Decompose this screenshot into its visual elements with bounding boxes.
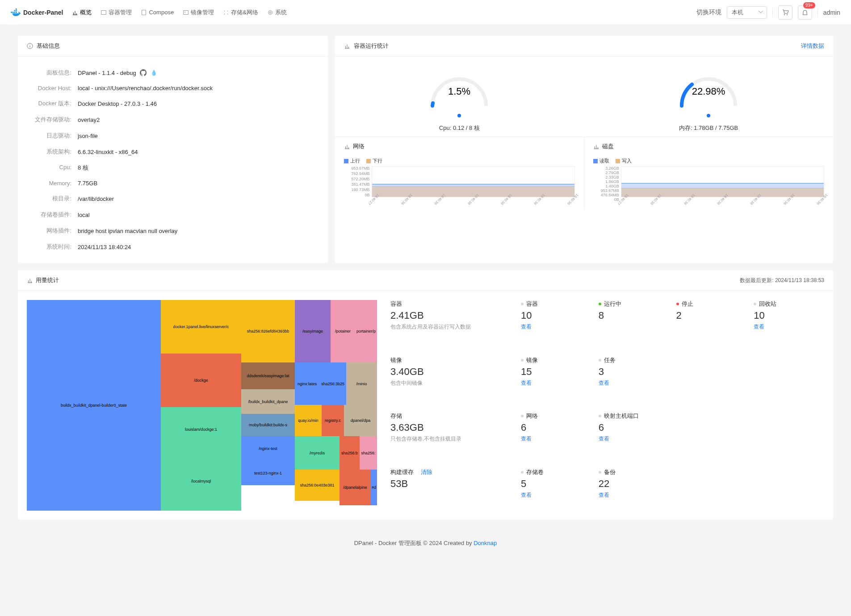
info-row: 系统时间:2024/11/13 18:40:24 [30,239,315,255]
treemap-cell[interactable]: louislam/dockge:1 [161,407,241,452]
view-link[interactable]: 查看 [599,435,669,443]
info-label: Cpu: [30,164,71,172]
github-icon[interactable] [140,69,147,76]
basic-info-body: 面板信息:DPanel - 1.1.4 - debug💧Docker Host:… [18,57,328,263]
image-icon [183,9,189,16]
network-icon [223,9,229,16]
info-value: 7.75GB [78,180,97,187]
user-menu[interactable]: admin [823,9,840,16]
stat-title: 回收站 [754,300,824,308]
svg-point-6 [224,13,225,14]
treemap-cell[interactable]: /buildx_buildkit_dpane [241,389,295,414]
treemap-cell[interactable]: /dpanelalpine [340,470,371,505]
usage-header: 用量统计 数据最后更新: 2024/11/13 18:38:53 [18,270,833,291]
clear-link[interactable]: 清除 [421,468,432,476]
treemap-cell[interactable]: sha256: [360,436,377,470]
stats-grid: 容器2.41GB包含系统占用及容器运行写入数据容器10查看运行中8停止2回收站1… [390,300,824,511]
divider [817,8,818,17]
stat-item: 备份22查看 [599,468,669,511]
treemap-cell[interactable]: test123-nginx-1 [241,461,295,485]
notification-badge: 99+ [803,2,815,8]
nav-storage[interactable]: 存储&网络 [223,8,258,17]
treemap-cell[interactable]: moby/buildkit:buildx-s [241,414,295,436]
notification-button[interactable]: 99+ [798,5,812,20]
info-value: DPanel - 1.1.4 - debug💧 [78,69,157,77]
nav-compose[interactable]: Compose [141,8,174,17]
treemap-cell[interactable]: /myredis [295,436,340,470]
treemap-cell[interactable]: #d [371,470,377,505]
info-value: /var/lib/docker [78,195,114,203]
svg-point-8 [268,10,272,14]
info-label: 根目录: [30,195,71,203]
treemap-cell[interactable]: sha256:3b25 [319,362,346,405]
gauge-dot [707,114,710,117]
status-dot [599,471,601,474]
basic-info-card: 基础信息 面板信息:DPanel - 1.1.4 - debug💧Docker … [18,36,328,263]
treemap-cell[interactable]: /minio [346,362,377,405]
view-link[interactable]: 查看 [521,491,591,499]
treemap-cell[interactable]: buildx_buildkit_dpanel-builder0_state [27,300,161,511]
info-row: 面板信息:DPanel - 1.1.4 - debug💧 [30,65,315,81]
treemap-cell[interactable]: /dockge [161,354,241,407]
info-row: Memory:7.75GB [30,176,315,191]
view-link[interactable]: 查看 [521,435,591,443]
view-link[interactable]: 查看 [599,379,669,387]
stat-item: 任务3查看 [599,356,669,399]
view-link[interactable]: 查看 [521,323,591,331]
stat-value: 3 [599,366,669,378]
treemap-cell[interactable]: ddsderek/easyimage:lat [241,362,295,389]
svg-point-3 [185,12,186,12]
mini-charts: 网络 上行下行 953.67MB762.94MB572.20MB381.47MB… [335,137,834,210]
info-value: local - unix:///Users/renchao/.docker/ru… [78,85,213,92]
stat-item: 存储3.63GB只包含存储卷,不包含挂载目录 [390,412,514,455]
treemap-cell[interactable]: quay.io/min [295,405,322,436]
treemap-cell[interactable]: /easyimage [295,300,331,362]
env-select[interactable]: 本机 [727,6,767,19]
treemap-cell[interactable]: sha256:826efd84393bb [241,300,295,362]
nav-images[interactable]: 镜像管理 [183,8,214,17]
info-value: 6.6.32-linuxkit - x86_64 [78,148,138,156]
treemap-cell[interactable]: portainer/p [355,300,377,362]
view-link[interactable]: 查看 [599,491,669,499]
treemap-cell[interactable]: /localmysql [161,452,241,511]
footer: DPanel - Docker 管理面板 © 2024 Created by D… [0,530,851,556]
svg-point-4 [224,10,225,11]
info-label: 系统架构: [30,148,71,156]
stat-value: 2.41GB [390,310,514,321]
nav-overview[interactable]: 概览 [72,8,92,17]
nav-system[interactable]: 系统 [267,8,287,17]
treemap-cell[interactable]: docker.1panel.live/linuxserver/c [161,300,241,354]
treemap-cell[interactable]: sha256:b [340,436,360,470]
cart-icon-button[interactable] [778,5,792,20]
svg-point-9 [269,12,271,13]
treemap-cell[interactable]: dpanel/dpa [344,405,377,436]
stat-title: 网络 [521,412,591,420]
stat-item: 停止2 [676,300,747,343]
stat-title: 存储卷 [521,468,591,476]
view-link[interactable]: 查看 [521,379,591,387]
info-row: 系统架构:6.6.32-linuxkit - x86_64 [30,144,315,160]
usage-treemap[interactable]: buildx_buildkit_dpanel-builder0_statedoc… [27,300,377,511]
treemap-cell[interactable]: sha256:0e403e381 [295,470,340,501]
logo[interactable]: Docker-Panel [11,8,63,17]
status-dot [521,359,524,362]
nav-containers[interactable]: 容器管理 [101,8,132,17]
stat-title: 停止 [676,300,747,308]
treemap-cell[interactable]: nginx:lates [295,362,319,405]
card-title: 基础信息 [37,42,60,50]
info-value: json-file [78,132,98,140]
basic-info-header: 基础信息 [18,36,328,57]
status-dot [521,303,524,305]
stat-item: 镜像15查看 [521,356,591,399]
info-row: 存储卷插件:local [30,207,315,223]
info-value: Docker Desktop - 27.0.3 - 1.46 [78,100,157,108]
view-link[interactable]: 查看 [754,323,824,331]
detail-data-link[interactable]: 详情数据 [801,42,824,50]
treemap-cell[interactable]: /nginx-test [241,436,295,461]
chevron-down-icon [759,11,763,13]
treemap-cell[interactable]: registry.c [322,405,344,436]
stat-subtitle: 包含中间镜像 [390,379,514,387]
treemap-cell[interactable]: /potainer [331,300,355,362]
author-link[interactable]: Donknap [474,540,497,546]
info-value: 2024/11/13 18:40:24 [78,243,131,251]
